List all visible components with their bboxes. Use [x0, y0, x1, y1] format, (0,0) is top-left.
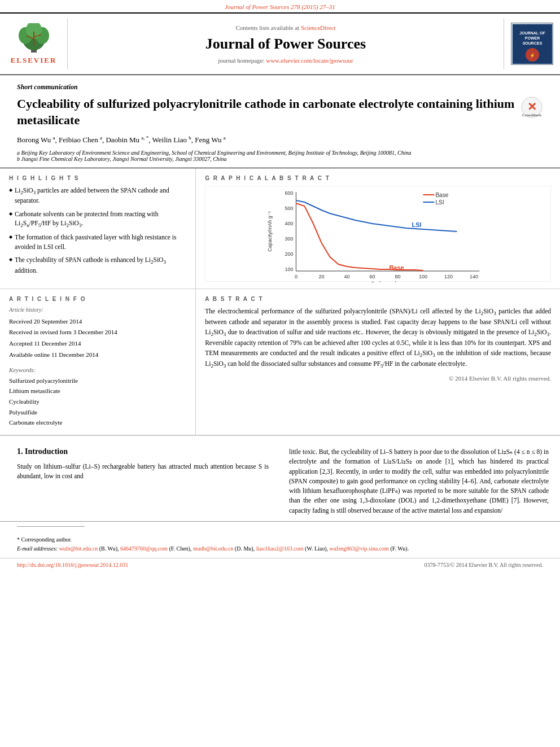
svg-text:CrossMark: CrossMark [522, 113, 541, 117]
abstract-column: A B S T R A C T The electrochemical perf… [196, 289, 560, 435]
svg-text:Capacity/mAh g⁻¹: Capacity/mAh g⁻¹ [268, 211, 273, 252]
introduction-right: little toxic. But, the cycleability of L… [280, 447, 560, 516]
article-title: ✕ CrossMark Cycleability of sulfurized p… [0, 94, 560, 133]
affiliations: a Beijing Key Laboratory of Environment … [0, 147, 560, 168]
introduction-heading: 1. Introduction [17, 447, 269, 456]
highlight-item: Carbonate solvents can be protected from… [9, 209, 186, 229]
graphical-abstract-column: G R A P H I C A L A B S T R A C T Base L… [196, 168, 560, 289]
journal-title: Journal of Power Sources [205, 36, 366, 53]
svg-text:0: 0 [295, 274, 298, 279]
abstract-label: A B S T R A C T [205, 296, 551, 302]
highlights-list: Li2SiO3 particles are added between the … [9, 186, 186, 275]
svg-text:Cycle number: Cycle number [371, 281, 403, 282]
svg-text:400: 400 [285, 221, 294, 226]
svg-text:Base: Base [390, 264, 404, 271]
elsevier-brand: ELSEVIER [11, 56, 57, 65]
svg-text:120: 120 [444, 274, 453, 279]
affiliation-a: a Beijing Key Laboratory of Environment … [17, 150, 543, 156]
keywords-label: Keywords: [9, 366, 186, 373]
elsevier-logo: ELSEVIER [0, 18, 68, 69]
svg-text:Base: Base [436, 192, 449, 198]
keywords-section: Keywords: Sulfurized polyacrylonitrile L… [9, 366, 186, 428]
svg-text:⚡: ⚡ [530, 53, 535, 58]
doi-link[interactable]: http://dx.doi.org/10.1016/j.jpowsour.201… [17, 562, 128, 568]
keyword-item: Lithium metasilicate [9, 386, 186, 396]
article-type: Short communication [0, 75, 560, 94]
highlights-label: H I G H L I G H T S [9, 175, 186, 181]
svg-text:JOURNAL OF: JOURNAL OF [519, 31, 545, 35]
keyword-item: Cycleability [9, 396, 186, 407]
footer: http://dx.doi.org/10.1016/j.jpowsour.201… [0, 558, 560, 571]
highlight-item: The cycleability of SPAN cathode is enha… [9, 255, 186, 275]
svg-text:✕: ✕ [527, 101, 537, 113]
sciencedirect-line: Contents lists available at ScienceDirec… [235, 24, 335, 31]
affiliation-b: b Jiangxi Fine Chemical Key Laboratory, … [17, 156, 543, 162]
crossmark-icon: ✕ CrossMark [520, 96, 543, 119]
svg-text:60: 60 [370, 274, 375, 279]
introduction-section: 1. Introduction Study on lithium–sulfur … [0, 435, 560, 521]
corresponding-author-note: * Corresponding author. [17, 535, 543, 544]
revised-date: Received in revised form 3 December 2014 [9, 327, 186, 338]
svg-text:500: 500 [285, 206, 294, 211]
keyword-item: Polysulfide [9, 407, 186, 418]
graphical-abstract-label: G R A P H I C A L A B S T R A C T [205, 175, 551, 181]
keyword-item: Carbonate electrolyte [9, 417, 186, 428]
svg-text:40: 40 [344, 274, 350, 279]
introduction-paragraph-1: Study on lithium–sulfur (Li–S) rechargea… [17, 462, 269, 482]
copyright-line: © 2014 Elsevier B.V. All rights reserved… [205, 375, 551, 382]
svg-text:20: 20 [319, 274, 325, 279]
issn: 0378-7753/© 2014 Elsevier B.V. All right… [425, 562, 543, 568]
svg-text:80: 80 [395, 274, 401, 279]
svg-text:300: 300 [285, 236, 294, 242]
highlights-graphical-section: H I G H L I G H T S Li2SiO3 particles ar… [0, 168, 560, 289]
highlights-column: H I G H L I G H T S Li2SiO3 particles ar… [0, 168, 196, 289]
journal-center: Contents lists available at ScienceDirec… [68, 18, 504, 69]
graphical-abstract-svg: Base LSI 600 500 400 300 200 100 0 20 [205, 186, 550, 282]
authors-line: Borong Wu a, Feibiao Chen a, Daobin Mu a… [0, 133, 560, 147]
svg-text:200: 200 [285, 251, 294, 257]
keyword-item: Sulfurized polyacrylonitrile [9, 375, 186, 386]
received-date: Received 20 September 2014 [9, 316, 186, 327]
svg-text:LSI: LSI [436, 199, 444, 206]
sciencedirect-link[interactable]: ScienceDirect [301, 24, 336, 31]
introduction-left: 1. Introduction Study on lithium–sulfur … [0, 447, 280, 516]
introduction-paragraph-2: little toxic. But, the cycleability of L… [289, 447, 549, 516]
svg-text:140: 140 [470, 274, 478, 279]
history-label: Article history: [9, 307, 186, 313]
article-info-label: A R T I C L E I N F O [9, 296, 186, 302]
svg-text:100: 100 [419, 274, 427, 279]
journal-header: ELSEVIER Contents lists available at Sci… [0, 12, 560, 75]
keywords-list: Sulfurized polyacrylonitrile Lithium met… [9, 375, 186, 428]
footnotes: * Corresponding author. E-mail addresses… [0, 521, 560, 558]
abstract-text: The electrochemical performance of the s… [205, 307, 551, 371]
article-info-column: A R T I C L E I N F O Article history: R… [0, 289, 196, 435]
journal-logo: JOURNAL OF POWER SOURCES ⚡ [504, 18, 560, 69]
article-info-section: A R T I C L E I N F O Article history: R… [0, 289, 560, 436]
svg-text:600: 600 [285, 190, 294, 196]
available-date: Available online 11 December 2014 [9, 350, 186, 361]
homepage-link[interactable]: www.elsevier.com/locate/jpowsour [266, 57, 353, 64]
accepted-date: Accepted 11 December 2014 [9, 338, 186, 350]
introduction-content: 1. Introduction Study on lithium–sulfur … [0, 447, 560, 516]
journal-logo-box: JOURNAL OF POWER SOURCES ⚡ [511, 23, 553, 65]
svg-text:SOURCES: SOURCES [522, 41, 542, 45]
graphical-abstract-image: Base LSI 600 500 400 300 200 100 0 20 [205, 186, 551, 282]
highlight-item: Li2SiO3 particles are added between the … [9, 186, 186, 206]
svg-text:POWER: POWER [524, 36, 539, 40]
elsevier-tree-icon [14, 23, 54, 54]
homepage-line: journal homepage: www.elsevier.com/locat… [218, 57, 353, 64]
journal-citation: Journal of Power Sources 278 (2015) 27–3… [0, 0, 560, 12]
svg-text:100: 100 [285, 267, 294, 272]
email-addresses: E-mail addresses: wuln@bit.edu.cn (B. Wu… [17, 544, 543, 553]
article-dates: Received 20 September 2014 Received in r… [9, 316, 186, 361]
highlight-item: The formation of thick passivated layer … [9, 233, 186, 251]
svg-text:LSI: LSI [412, 221, 422, 228]
